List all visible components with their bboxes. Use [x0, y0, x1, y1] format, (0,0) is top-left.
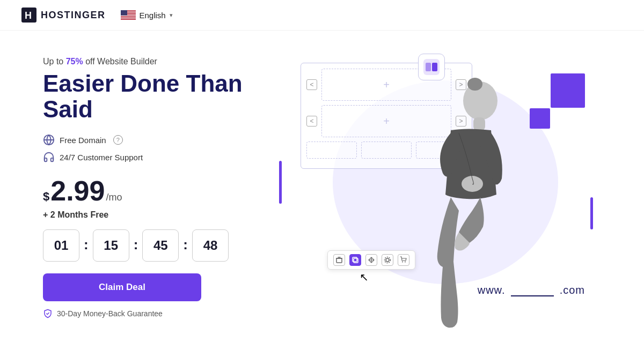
accent-square-large	[551, 73, 585, 108]
accent-bar-left	[279, 161, 282, 204]
domain-bar: www. .com	[478, 283, 585, 296]
tb-move-icon	[365, 254, 377, 266]
bonus-text: + 2 Months Free	[43, 210, 274, 220]
svg-text:H: H	[25, 10, 32, 21]
svg-point-31	[467, 78, 482, 91]
mockup-nav-left: <	[306, 79, 317, 90]
guarantee-text: 30-Day Money-Back Guarantee	[57, 309, 163, 318]
headline: Easier Done Than Said	[43, 71, 274, 123]
svg-rect-11	[121, 17, 136, 17]
mockup-nav-left-2: <	[306, 116, 317, 127]
domain-underline	[511, 283, 554, 296]
svg-rect-10	[121, 16, 136, 17]
svg-rect-14	[121, 19, 136, 20]
left-panel: Up to 75% off Website Builder Easier Don…	[43, 46, 274, 319]
svg-rect-24	[354, 258, 358, 263]
right-illustration: < + > < + >	[274, 31, 601, 334]
price-amount: 2.99	[50, 177, 105, 205]
price-dollar: $	[43, 191, 49, 203]
feature-support: 24/7 Customer Support	[43, 151, 274, 163]
countdown-sep-2: :	[129, 236, 143, 253]
cursor-icon: ↖	[360, 271, 369, 284]
discount-highlight: 75%	[66, 57, 83, 66]
price-period: /mo	[106, 192, 122, 203]
guarantee-row: 30-Day Money-Back Guarantee	[43, 309, 274, 318]
svg-rect-20	[432, 63, 437, 71]
svg-rect-12	[121, 18, 136, 18]
price-section: $ 2.99 /mo	[43, 177, 274, 205]
flag-icon	[121, 10, 136, 20]
logo-text: HOSTINGER	[41, 10, 106, 21]
chevron-down-icon: ▾	[170, 12, 173, 19]
feature-free-domain: Free Domain ?	[43, 134, 274, 146]
hostinger-logo-icon: H	[21, 8, 36, 23]
domain-prefix: www.	[478, 284, 506, 296]
countdown-ms: 48	[192, 229, 229, 262]
main-content: Up to 75% off Website Builder Easier Don…	[0, 31, 644, 334]
shield-icon	[43, 309, 53, 318]
countdown-timer: 01 : 15 : 45 : 48	[43, 229, 274, 262]
svg-rect-13	[121, 18, 136, 19]
header: H HOSTINGER English ▾	[0, 0, 644, 31]
countdown-sep-3: :	[179, 236, 192, 253]
features-list: Free Domain ? 24/7 Customer Support	[43, 134, 274, 163]
countdown-sep-1: :	[79, 236, 93, 253]
svg-point-27	[385, 257, 391, 263]
tb-copy-icon	[349, 254, 361, 266]
domain-suffix: .com	[560, 284, 585, 296]
accent-bar-right	[590, 197, 593, 229]
help-icon[interactable]: ?	[113, 135, 123, 145]
svg-rect-25	[353, 257, 357, 262]
promo-text: Up to 75% off Website Builder	[43, 57, 274, 66]
tb-delete-icon	[333, 254, 345, 266]
svg-rect-19	[426, 63, 431, 71]
claim-deal-button[interactable]: Claim Deal	[43, 273, 201, 301]
svg-point-26	[386, 258, 389, 262]
countdown-hours: 01	[43, 229, 79, 262]
free-domain-label: Free Domain	[60, 136, 106, 145]
countdown-seconds: 45	[142, 229, 179, 262]
accent-square-small	[530, 108, 550, 129]
support-label: 24/7 Customer Support	[60, 153, 143, 162]
tb-settings-icon	[382, 254, 393, 266]
svg-rect-15	[121, 10, 127, 16]
headset-icon	[43, 151, 55, 163]
svg-rect-9	[121, 16, 136, 16]
language-selector[interactable]: English ▾	[121, 10, 173, 20]
cta-label: Claim Deal	[99, 282, 145, 293]
logo: H HOSTINGER	[21, 8, 106, 23]
globe-icon	[43, 134, 55, 146]
mockup-small-block-1	[306, 142, 357, 159]
language-label: English	[140, 11, 166, 20]
svg-rect-32	[473, 117, 485, 131]
svg-rect-21	[336, 258, 342, 263]
countdown-minutes: 15	[93, 229, 129, 262]
